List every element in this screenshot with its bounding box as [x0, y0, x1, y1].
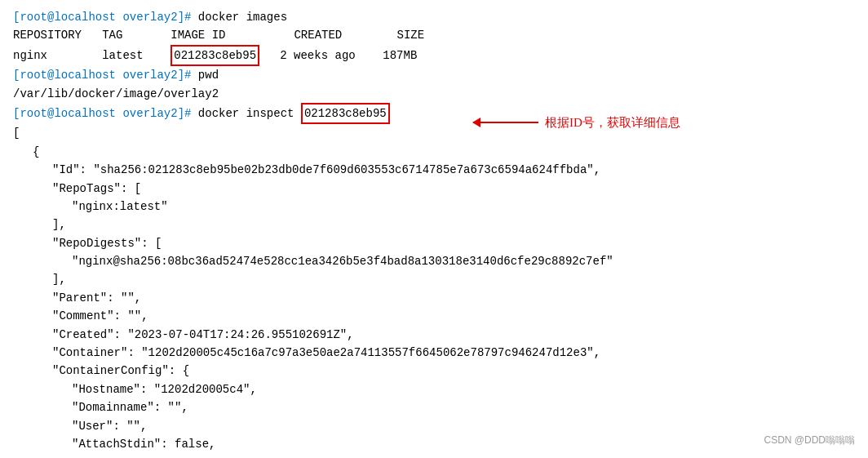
prompt-1: [root@localhost overlay2]# [13, 8, 198, 26]
json-repodigests-value: "nginx@sha256:08bc36ad52474e528cc1ea3426… [13, 252, 855, 270]
json-hostname: "Hostname": "1202d20005c4", [13, 380, 855, 398]
json-open-bracket: [ [13, 124, 855, 142]
json-user: "User": "", [13, 417, 855, 435]
command-line-1: [root@localhost overlay2]# docker images [13, 8, 855, 26]
prompt-3: [root@localhost overlay2]# [13, 104, 198, 122]
cmd-1: docker images [198, 8, 287, 26]
command-line-3: [root@localhost overlay2]# docker inspec… [13, 103, 855, 124]
json-repotags-value: "nginx:latest" [13, 198, 855, 216]
annotation-text: 根据ID号，获取详细信息 [545, 113, 680, 132]
json-repotags: "RepoTags": [ [13, 180, 855, 198]
annotation: 根据ID号，获取详细信息 [473, 113, 680, 132]
json-parent: "Parent": "", [13, 289, 855, 307]
json-open-brace: { [13, 143, 855, 161]
prompt-2: [root@localhost overlay2]# [13, 66, 198, 84]
json-created: "Created": "2023-07-04T17:24:26.95510269… [13, 326, 855, 344]
arrow-line [473, 122, 538, 123]
header-text: REPOSITORY TAG IMAGE ID CREATED SIZE [13, 26, 424, 44]
header-row: REPOSITORY TAG IMAGE ID CREATED SIZE [13, 26, 855, 44]
json-attachstdin: "AttachStdin": false, [13, 435, 855, 453]
json-domainname: "Domainname": "", [13, 398, 855, 416]
cmd-2: pwd [198, 66, 219, 84]
cmd-3: docker inspect [198, 104, 301, 122]
image-data-row: nginx latest 021283c8eb95 2 weeks ago 18… [13, 45, 855, 66]
image-id-box-1: 021283c8eb95 [170, 45, 259, 66]
image-id-box-2: 021283c8eb95 [301, 103, 390, 124]
watermark: CSDN @DDD嗡嗡嗡 [764, 433, 855, 448]
pwd-text: /var/lib/docker/image/overlay2 [13, 85, 219, 103]
json-container: "Container": "1202d20005c45c16a7c97a3e50… [13, 344, 855, 362]
json-repodigests-close: ], [13, 270, 855, 288]
pwd-output: /var/lib/docker/image/overlay2 [13, 85, 855, 103]
json-id: "Id": "sha256:021283c8eb95be02b23db0de7f… [13, 161, 855, 179]
created-col: 2 weeks ago 187MB [259, 47, 417, 64]
json-repotags-close: ], [13, 216, 855, 233]
json-containerconfig: "ContainerConfig": { [13, 362, 855, 380]
repo-col: nginx latest [13, 47, 170, 64]
terminal: [root@localhost overlay2]# docker images… [0, 0, 868, 458]
json-repodigests: "RepoDigests": [ [13, 234, 855, 252]
json-comment: "Comment": "", [13, 307, 855, 325]
command-line-2: [root@localhost overlay2]# pwd [13, 66, 855, 84]
